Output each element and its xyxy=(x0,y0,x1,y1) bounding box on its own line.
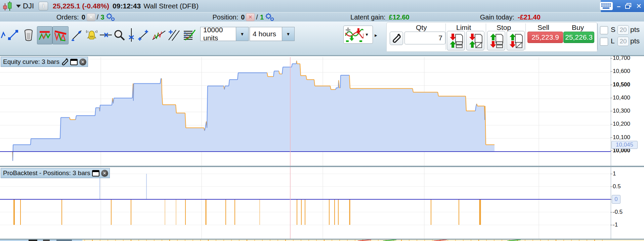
trend-segment-tool[interactable] xyxy=(7,26,19,44)
price-change-label: 25,225.1 (-0.48%) xyxy=(53,2,109,10)
axis-tick xyxy=(610,98,612,98)
orders-gear-icon[interactable] xyxy=(105,13,115,22)
equity-current-value-badge: 10,045 xyxy=(611,141,638,149)
backtest-report-tool[interactable] xyxy=(183,26,196,44)
limit-pts-input[interactable] xyxy=(617,37,629,46)
timeframe-dropdown[interactable]: 4 hours ▼ xyxy=(250,27,295,41)
axis-tick xyxy=(610,71,612,72)
zigzag-trendline-tool[interactable] xyxy=(151,26,167,44)
segment-point-tool[interactable] xyxy=(71,26,83,44)
window-titlebar: DJI i 25,225.1 (-0.48%) 09:12:43 Wall St… xyxy=(0,0,644,12)
equity-close-icon[interactable]: ✕ xyxy=(79,58,86,66)
axis-label: -1 xyxy=(613,222,618,228)
next-panel-sliver xyxy=(0,240,644,241)
window-controls: – ✕ xyxy=(601,0,644,12)
buy-price: 25,226.3 xyxy=(565,33,593,41)
axis-label: 10,600 xyxy=(613,68,630,75)
orders-slash: / xyxy=(97,13,99,21)
units-dropdown[interactable]: 10000 units ▼ xyxy=(200,27,249,41)
order-settings-button[interactable] xyxy=(390,32,403,45)
chart-type-icon xyxy=(345,27,363,42)
zoom-tool[interactable] xyxy=(113,26,126,44)
axis-tick xyxy=(610,187,612,187)
stop-pts-label: pts xyxy=(630,26,640,34)
orders-label: Orders: xyxy=(56,13,79,21)
trash-icon xyxy=(23,29,34,41)
orders-total: 3 xyxy=(100,13,104,21)
main-toolbar: 10000 units ▼ 4 hours ▼ ▼ ‣ xyxy=(0,22,644,55)
stop-order-icon xyxy=(489,33,503,48)
orders-count: 0 xyxy=(82,13,85,21)
parallel-lines-icon xyxy=(167,29,180,41)
axis-tick xyxy=(610,85,612,85)
positions-maximize-icon[interactable] xyxy=(92,170,99,176)
delete-drawings-tool[interactable] xyxy=(22,26,35,44)
position-label: Position: xyxy=(213,13,239,21)
trend-segment-icon xyxy=(7,29,19,41)
vertical-line-tool[interactable] xyxy=(125,26,138,44)
symbol-dropdown-caret[interactable] xyxy=(16,5,21,8)
sliver-price-chart-fragment xyxy=(82,240,644,241)
equity-panel-title: Equity curve: 3 bars xyxy=(3,58,59,66)
stop-label: Stop xyxy=(497,24,511,32)
limit-order-edit-button[interactable] xyxy=(466,31,484,50)
alarm-tool[interactable] xyxy=(85,26,99,44)
stop-checkbox[interactable] xyxy=(600,26,608,34)
minimize-icon[interactable]: – xyxy=(617,0,620,12)
segment-two-points-tool[interactable] xyxy=(137,26,150,44)
parallel-lines-tool[interactable] xyxy=(167,26,180,44)
equity-maximize-icon[interactable] xyxy=(70,59,78,65)
info-icon[interactable]: i xyxy=(39,2,48,10)
restore-icon[interactable] xyxy=(625,3,631,9)
stop-pts-input[interactable] xyxy=(617,25,629,35)
axis-label: 10,700 xyxy=(613,55,630,62)
chart-type-arrow-icon[interactable]: ▼ xyxy=(365,32,369,37)
pattern-resistance-tool[interactable] xyxy=(37,26,52,44)
axis-tick xyxy=(610,212,612,212)
wrench-icon xyxy=(392,34,401,43)
zigzag-trendline-icon xyxy=(152,29,166,41)
chart-type-button[interactable]: ▼ xyxy=(343,26,373,44)
equity-chart-canvas[interactable] xyxy=(0,57,611,167)
axis-label: -0.5 xyxy=(613,209,622,215)
timeframe-value: 4 hours xyxy=(250,27,282,41)
equity-settings-wrench-icon[interactable] xyxy=(61,58,69,66)
alarm-bell-icon xyxy=(85,29,98,41)
timeframe-dropdown-arrow-icon[interactable]: ▼ xyxy=(282,27,294,41)
limit-order-button[interactable] xyxy=(447,31,465,50)
axis-tick xyxy=(610,151,612,151)
axis-tick xyxy=(610,111,612,111)
axis-tick xyxy=(610,58,612,58)
keyboard-icon[interactable] xyxy=(600,2,613,10)
zigzag-partial-icon[interactable] xyxy=(0,26,6,44)
qty-input[interactable] xyxy=(404,32,445,44)
toolbar-more-arrow-icon[interactable]: ‣ xyxy=(374,32,378,40)
units-dropdown-arrow-icon[interactable]: ▼ xyxy=(236,27,248,41)
trading-app-window: DJI i 25,225.1 (-0.48%) 09:12:43 Wall St… xyxy=(0,0,644,241)
stop-order-button[interactable] xyxy=(487,31,505,50)
axis-tick xyxy=(610,137,612,138)
positions-close-icon[interactable]: ✕ xyxy=(101,170,108,177)
stop-short-label: S xyxy=(611,26,615,34)
close-icon[interactable]: ✕ xyxy=(636,0,642,12)
sliver-titlebar-fragment xyxy=(0,240,82,241)
stop-order-edit-button[interactable] xyxy=(507,31,525,50)
axis-tick xyxy=(610,124,612,124)
positions-current-value-badge: 0 xyxy=(612,195,620,204)
sell-label: Sell xyxy=(538,24,549,32)
axis-label: 10,300 xyxy=(613,108,630,114)
candlestick-icon xyxy=(3,1,13,11)
limit-checkbox[interactable] xyxy=(600,38,608,46)
latent-gain-value: £12.60 xyxy=(389,13,410,21)
sell-button[interactable]: 25,223.9 xyxy=(527,32,563,43)
time-label: 09:12:43 xyxy=(113,2,141,10)
axis-label: 10,200 xyxy=(613,121,630,127)
pattern-channel-tool[interactable] xyxy=(52,26,69,44)
horizontal-line-tool[interactable] xyxy=(99,26,112,44)
axis-label: 10,100 xyxy=(613,134,630,141)
position-gear-icon[interactable] xyxy=(264,13,274,22)
cancel-orders-icon[interactable]: ✕ xyxy=(87,13,95,21)
buy-button[interactable]: 25,226.3 xyxy=(563,32,594,43)
axis-tick xyxy=(610,174,612,174)
close-position-icon[interactable]: ✕ xyxy=(246,13,255,21)
